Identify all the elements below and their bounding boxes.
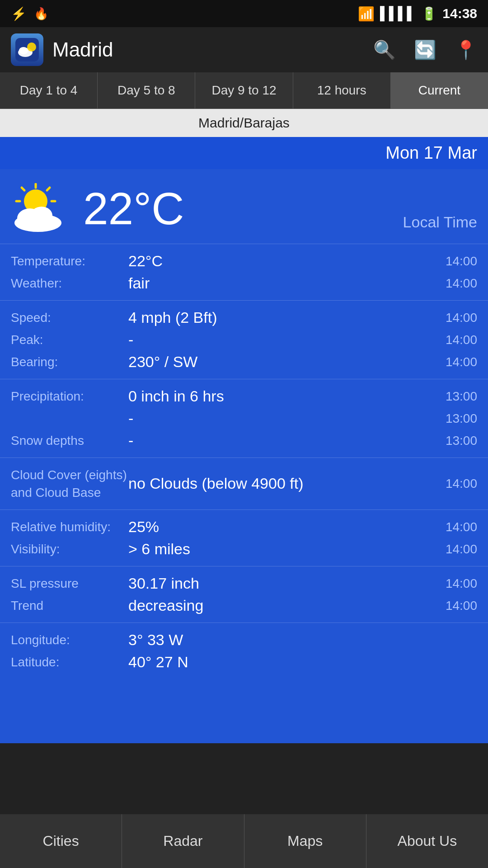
speed-value: 4 mph (2 Bft) [128,309,432,326]
visibility-label: Visibility: [11,542,128,557]
search-icon[interactable]: 🔍 [373,39,396,61]
humidity-label: Relative humidity: [11,520,128,534]
status-right-icons: 📶 ▌▌▌▌ 🔋 14:38 [358,6,477,22]
status-bar: ⚡ 🔥 📶 ▌▌▌▌ 🔋 14:38 [0,0,488,27]
local-time-label: Local Time [403,213,477,235]
longitude-value: 3° 33 W [128,631,432,649]
weather-value: fair [128,274,432,292]
weather-label: Weather: [11,276,128,291]
svg-line-5 [47,188,50,190]
humidity-value: 25% [128,518,432,536]
city-name: Madrid [52,38,364,61]
peak-time: 14:00 [432,333,477,347]
precipitation-value: 0 inch in 6 hrs [128,387,432,405]
pressure-section: SL pressure 30.17 inch 14:00 Trend decre… [0,566,488,623]
precipitation-section: Precipitation: 0 inch in 6 hrs 13:00 - 1… [0,379,488,458]
tab-day1to4[interactable]: Day 1 to 4 [0,72,98,108]
nav-aboutus[interactable]: About Us [366,814,488,868]
humidity-time: 14:00 [432,520,477,534]
peak-label: Peak: [11,333,128,347]
precip2-value: - [128,410,432,427]
app-icon [11,33,43,66]
visibility-time: 14:00 [432,542,477,557]
weather-condition-icon [11,183,70,235]
signal-icon: ▌▌▌▌ [380,6,416,21]
svg-point-14 [31,207,52,225]
coordinates-section: Longitude: 3° 33 W Latitude: 40° 27 N [0,623,488,734]
precip2-time: 13:00 [432,411,477,426]
weather-data: Temperature: 22°C 14:00 Weather: fair 14… [0,244,488,743]
bearing-time: 14:00 [432,355,477,369]
speed-time: 14:00 [432,311,477,325]
bearing-label: Bearing: [11,355,128,369]
trend-time: 14:00 [432,599,477,613]
top-icons: 🔍 🔄 📍 [373,39,477,61]
temperature-display: 22°C [83,183,184,235]
latitude-label: Latitude: [11,655,128,670]
speed-label: Speed: [11,311,128,325]
bearing-value: 230° / SW [128,353,432,371]
temperature-value: 22°C [128,252,432,270]
wifi-icon: 📶 [358,6,375,22]
snow-label: Snow depths [11,434,128,448]
snow-time: 13:00 [432,434,477,448]
nav-maps[interactable]: Maps [244,814,366,868]
cloud-value: no Clouds (below 4900 ft) [128,473,432,495]
peak-value: - [128,331,432,349]
tab-day5to8[interactable]: Day 5 to 8 [98,72,195,108]
temp-weather-section: Temperature: 22°C 14:00 Weather: fair 14… [0,244,488,300]
pressure-label: SL pressure [11,576,128,591]
cloud-label: Cloud Cover (eights) and Cloud Base [11,466,128,501]
pressure-time: 14:00 [432,576,477,591]
svg-point-3 [27,42,36,52]
tab-12hours[interactable]: 12 hours [293,72,391,108]
tab-bar: Day 1 to 4 Day 5 to 8 Day 9 to 12 12 hou… [0,72,488,109]
weather-time: 14:00 [432,276,477,291]
clock: 14:38 [442,6,477,21]
humidity-section: Relative humidity: 25% 14:00 Visibility:… [0,509,488,566]
temperature-time: 14:00 [432,254,477,269]
main-weather: 22°C Local Time [0,169,488,244]
latitude-value: 40° 27 N [128,653,432,671]
trend-label: Trend [11,599,128,613]
precipitation-label: Precipitation: [11,389,128,404]
precipitation-time: 13:00 [432,389,477,404]
date-bar: Mon 17 Mar [0,137,488,169]
status-left-icons: ⚡ 🔥 [11,6,48,21]
temperature-label: Temperature: [11,254,128,269]
longitude-label: Longitude: [11,633,128,647]
location-icon[interactable]: 📍 [455,39,477,61]
wind-section: Speed: 4 mph (2 Bft) 14:00 Peak: - 14:00… [0,300,488,379]
snow-value: - [128,432,432,449]
pressure-value: 30.17 inch [128,575,432,592]
svg-line-8 [22,188,24,190]
trend-value: decreasing [128,597,432,614]
visibility-value: > 6 miles [128,540,432,558]
top-bar: Madrid 🔍 🔄 📍 [0,27,488,72]
battery-icon: 🔋 [421,6,437,21]
location-bar: Madrid/Barajas [0,109,488,137]
svg-point-2 [19,47,28,54]
cloud-time: 14:00 [432,476,477,491]
nav-cities[interactable]: Cities [0,814,122,868]
cloud-section: Cloud Cover (eights) and Cloud Base no C… [0,458,488,509]
refresh-icon[interactable]: 🔄 [414,39,436,61]
nav-radar[interactable]: Radar [122,814,244,868]
usb-icon: ⚡ [11,6,27,21]
bottom-nav: Cities Radar Maps About Us [0,814,488,868]
tab-current[interactable]: Current [391,72,488,108]
app-icon-status: 🔥 [34,7,48,21]
tab-day9to12[interactable]: Day 9 to 12 [195,72,293,108]
